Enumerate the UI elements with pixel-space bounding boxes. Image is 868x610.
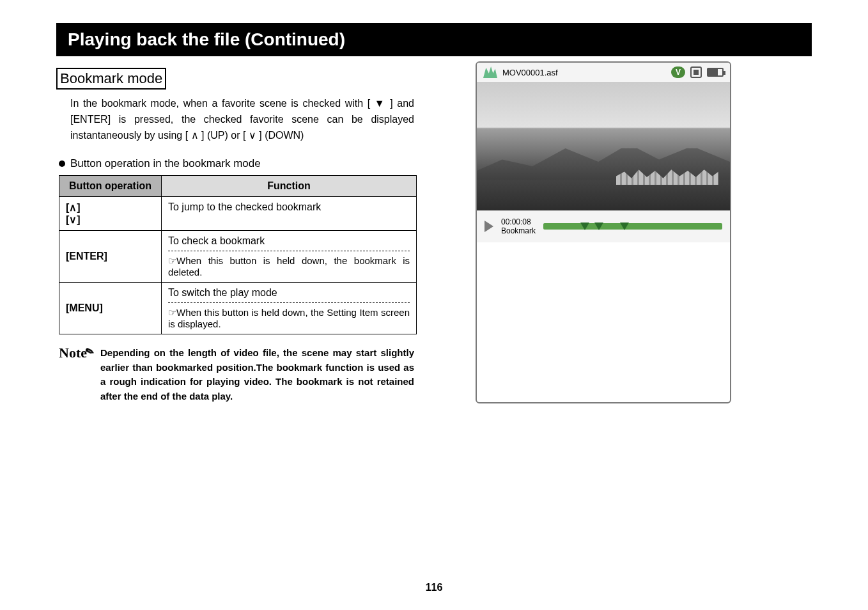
page-number: 116 <box>0 582 868 593</box>
device-titlebar: MOV00001.asf V <box>477 63 730 82</box>
app-icon <box>483 66 497 78</box>
progress-area <box>543 223 722 230</box>
bookmark-marker-icon <box>594 223 603 230</box>
col-header-button: Button operation <box>59 176 162 197</box>
cell-button: [MENU] <box>59 283 162 334</box>
mode-badge: V <box>671 66 685 78</box>
cell-button: [∧] [∨] <box>59 197 162 231</box>
timestamp-label: 00:00:08 <box>501 217 536 226</box>
battery-icon <box>707 68 724 77</box>
play-icon <box>484 221 493 232</box>
table-row: [MENU] To switch the play mode ☞When thi… <box>59 283 417 334</box>
cell-function: To jump to the checked bookmark <box>162 197 417 231</box>
fn-sub: ☞When this button is held down, the Sett… <box>168 302 410 329</box>
video-frame <box>477 82 730 210</box>
filename-label: MOV00001.asf <box>502 68 666 77</box>
bookmark-marker-icon <box>580 223 589 230</box>
device-screenshot: MOV00001.asf V 00:00:08 Bookmark <box>476 61 731 403</box>
button-operation-table: Button operation Function [∧] [∨] To jum… <box>59 175 417 334</box>
fn-main: To jump to the checked bookmark <box>168 201 410 217</box>
fn-sub: ☞When this button is held down, the book… <box>168 251 410 278</box>
device-statusbar: 00:00:08 Bookmark <box>477 210 730 242</box>
bullet-heading: Button operation in the bookmark mode <box>70 157 261 170</box>
fn-main: To check a bookmark <box>168 235 410 251</box>
stop-icon <box>690 66 702 78</box>
note-label-text: Note <box>59 345 87 361</box>
col-header-function: Function <box>162 176 417 197</box>
note-text: Depending on the length of video file, t… <box>100 346 414 403</box>
playmode-label: Bookmark <box>501 226 536 235</box>
table-row: [∧] [∨] To jump to the checked bookmark <box>59 197 417 231</box>
note-label: Note✎ <box>59 346 95 403</box>
cell-function: To check a bookmark ☞When this button is… <box>162 231 417 283</box>
table-row: [ENTER] To check a bookmark ☞When this b… <box>59 231 417 283</box>
cell-button: [ENTER] <box>59 231 162 283</box>
section-heading: Bookmark mode <box>56 68 166 90</box>
bullet-icon <box>59 160 65 167</box>
page-title: Playing back the file (Continued) <box>56 23 812 56</box>
bookmark-marker-icon <box>620 223 629 230</box>
cell-function: To switch the play mode ☞When this butto… <box>162 283 417 334</box>
fn-main: To switch the play mode <box>168 287 410 302</box>
intro-paragraph: In the bookmark mode, when a favorite sc… <box>56 96 414 143</box>
